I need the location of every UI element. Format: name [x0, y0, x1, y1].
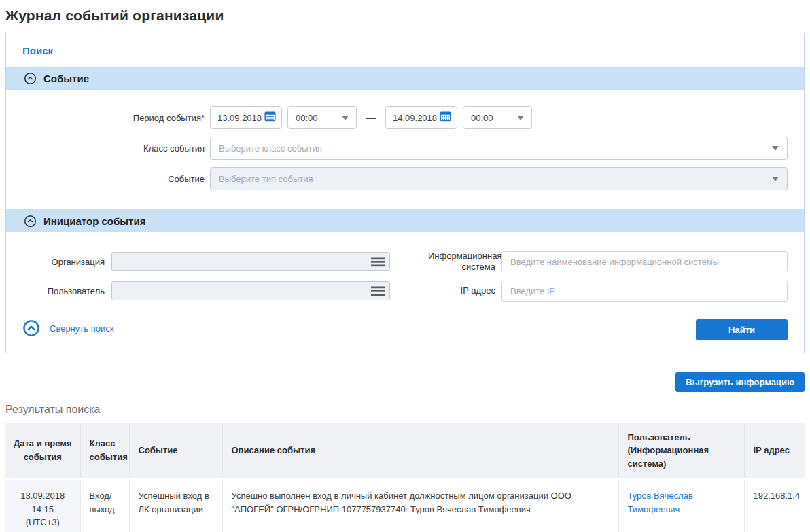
event-class-row: Класс события Выберите класс события	[22, 137, 788, 160]
cell-event-class: Вход/ выход	[80, 480, 129, 532]
collapse-circle-icon[interactable]	[22, 319, 40, 340]
collapse-section-icon	[24, 72, 37, 85]
chevron-down-icon	[342, 116, 349, 120]
find-button[interactable]: Найти	[696, 319, 788, 340]
column-header-user: Пользователь (Информационная система)	[618, 423, 744, 480]
calendar-icon[interactable]	[440, 111, 451, 124]
period-row: Период события*	[22, 106, 788, 129]
organization-input[interactable]	[118, 257, 371, 267]
initiator-section-body: Организация Информационная система	[6, 232, 804, 308]
section-header-event[interactable]: Событие	[6, 67, 804, 90]
search-panel-title: Поиск	[6, 33, 804, 67]
user-input[interactable]	[118, 286, 371, 296]
user-field[interactable]	[111, 281, 390, 300]
date-from-field[interactable]	[210, 106, 282, 129]
date-from-input[interactable]	[217, 113, 264, 123]
column-header-datetime: Дата и время события	[5, 423, 80, 480]
results-header-row: Дата и время события Класс события Событ…	[5, 423, 805, 480]
organization-row: Организация Информационная система	[22, 251, 788, 273]
ip-input[interactable]	[501, 281, 788, 302]
event-class-select[interactable]: Выберите класс события	[210, 137, 788, 160]
info-system-input[interactable]	[501, 251, 788, 272]
cell-description: Успешно выполнен вход в личный кабинет д…	[222, 480, 618, 532]
results-title: Результаты поиска	[5, 404, 805, 416]
cell-datetime: 13.09.2018 14:15 (UTC+3)	[5, 480, 80, 532]
section-title-initiator: Инициатор события	[43, 215, 145, 227]
table-row: 13.09.2018 14:15 (UTC+3) Вход/ выход Усп…	[5, 480, 805, 532]
collapse-section-icon	[24, 215, 37, 228]
column-header-ip: IP адрес	[744, 423, 805, 480]
chevron-down-icon	[772, 177, 779, 181]
period-controls: 00:00 —	[210, 106, 532, 129]
search-panel-footer: Свернуть поиск Найти	[6, 308, 804, 353]
period-label: Период события*	[22, 113, 210, 123]
organization-label: Организация	[22, 257, 111, 267]
info-system-label: Информационная система	[428, 251, 501, 273]
collapse-search-link[interactable]: Свернуть поиск	[22, 319, 113, 340]
user-row: Пользователь IP адрес	[22, 281, 788, 302]
user-label: Пользователь	[22, 286, 111, 296]
column-header-description: Описание события	[222, 423, 618, 480]
organization-field[interactable]	[111, 252, 390, 271]
column-header-event: Событие	[129, 423, 222, 480]
cell-ip: 192.168.1.4	[744, 480, 805, 532]
date-to-field[interactable]	[385, 106, 457, 129]
ip-label: IP адрес	[428, 285, 501, 296]
chevron-down-icon	[517, 116, 524, 120]
user-link[interactable]: Туров Вячеслав Тимофеевич	[628, 491, 693, 514]
event-type-select[interactable]: Выберите тип события	[210, 167, 788, 190]
cell-user: Туров Вячеслав Тимофеевич	[618, 480, 744, 532]
time-to-select[interactable]: 00:00	[463, 106, 532, 129]
export-button[interactable]: Выгрузить информацию	[675, 372, 805, 392]
column-header-event-class: Класс события	[80, 423, 129, 480]
date-to-input[interactable]	[393, 113, 439, 123]
calendar-icon[interactable]	[264, 111, 276, 124]
chevron-down-icon	[772, 146, 779, 151]
section-header-initiator[interactable]: Инициатор события	[6, 209, 804, 232]
time-from-select[interactable]: 00:00	[287, 106, 357, 129]
event-section-body: Период события*	[6, 90, 804, 209]
page-title: Журнал событий организации	[5, 7, 805, 24]
collapse-search-label[interactable]: Свернуть поиск	[50, 323, 113, 336]
cell-event: Успешный вход в ЛК организации	[129, 480, 222, 532]
event-type-label: Событие	[22, 174, 210, 184]
directory-menu-icon[interactable]	[371, 286, 385, 296]
results-table: Дата и время события Класс события Событ…	[5, 423, 805, 532]
export-row: Выгрузить информацию	[5, 372, 805, 392]
event-class-label: Класс события	[22, 143, 210, 154]
section-title-event: Событие	[43, 73, 89, 84]
required-asterisk: *	[201, 113, 205, 123]
event-type-row: Событие Выберите тип события	[22, 167, 788, 190]
period-separator: —	[366, 112, 376, 123]
directory-menu-icon[interactable]	[371, 257, 385, 267]
search-panel: Поиск Событие Период события*	[5, 33, 805, 353]
